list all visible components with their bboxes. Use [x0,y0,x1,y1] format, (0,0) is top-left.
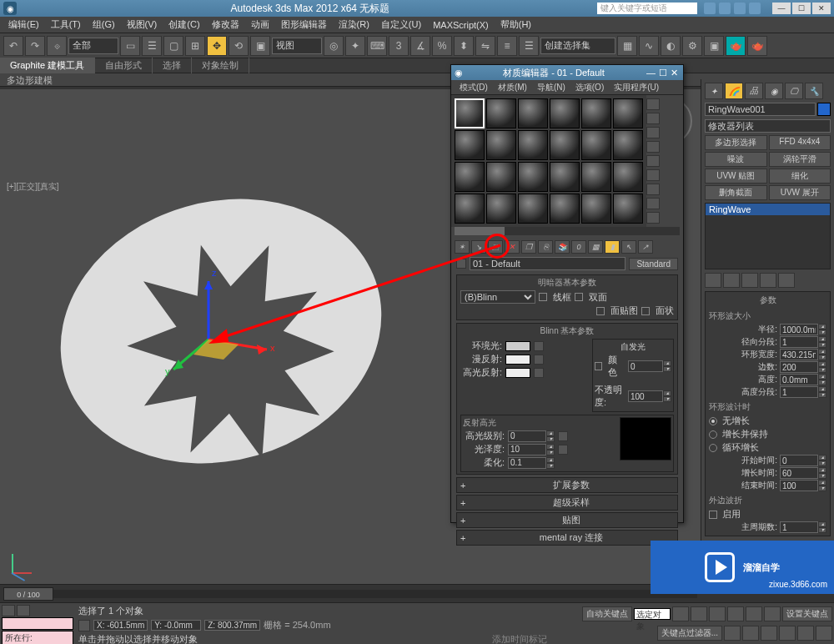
put-to-library-icon[interactable]: 📚 [555,240,570,254]
preview-icon[interactable] [646,169,660,181]
mat-slot-7[interactable] [455,130,485,160]
move-button[interactable]: ✥ [207,36,227,56]
render-setup-button[interactable]: ⚙ [682,36,702,56]
render-frame-button[interactable]: ▣ [704,36,724,56]
reset-map-icon[interactable]: ✕ [505,240,520,254]
ribbon-objpaint[interactable]: 对象绘制 [192,58,249,73]
menu-view[interactable]: 视图(V) [122,17,163,33]
layers-button[interactable]: ☰ [519,36,539,56]
opacity-value[interactable] [628,390,663,402]
spin-down-icon[interactable]: ▾ [818,342,826,348]
rollout-param-hd[interactable]: 参数 [709,294,826,309]
mat-slot-17[interactable] [581,162,611,192]
mat-slot-24[interactable] [613,194,643,224]
ringw-value[interactable] [780,349,818,360]
menu-tools[interactable]: 工具(T) [46,17,86,33]
sample-type-icon[interactable] [646,98,660,110]
close-button[interactable]: ✕ [812,3,831,14]
mat-slot-14[interactable] [486,162,516,192]
mat-slot-4[interactable] [550,98,580,128]
maximize-vp-icon[interactable] [816,626,832,641]
rollout-shader-hd[interactable]: 明暗器基本参数 [460,277,674,289]
gloss-map-icon[interactable] [558,445,568,455]
coord-x[interactable]: X: -601.5mm [93,620,148,631]
modifier-stack[interactable]: RingWave [705,203,831,269]
listener-icon[interactable] [17,605,30,616]
material-type-button[interactable]: Standard [629,258,678,270]
spin-up-icon[interactable]: ▴ [818,467,826,473]
specular-map-icon[interactable] [534,368,544,378]
spin-up-icon[interactable]: ▴ [818,480,826,486]
modifier-list[interactable]: 修改器列表 [705,119,831,133]
mat-slot-23[interactable] [581,194,611,224]
mat-slot-1[interactable] [455,98,485,128]
zoom-icon[interactable] [742,626,759,641]
menu-edit[interactable]: 编辑(E) [3,17,44,33]
mat-id-icon[interactable]: 0 [571,240,586,254]
mod-tessellate[interactable]: 细化 [769,169,831,184]
script-at-field[interactable]: 所在行: [2,631,73,644]
minimize-button[interactable]: — [772,3,791,14]
stack-item-ringwave[interactable]: RingWave [706,204,830,215]
mat-close-button[interactable]: ✕ [671,68,678,78]
create-tab-icon[interactable]: ✦ [705,83,723,99]
spec-level-value[interactable] [508,430,546,442]
window-crossing-button[interactable]: ⊞ [185,36,205,56]
mat-menu-options[interactable]: 选项(O) [570,81,609,94]
spin-down-icon[interactable]: ▾ [818,380,826,385]
menu-maxscript[interactable]: MAXScript(X) [428,18,494,32]
material-editor-button[interactable]: ◐ [661,36,681,56]
next-frame-icon[interactable] [709,606,726,621]
mat-slot-19[interactable] [455,194,485,224]
ribbon-graphite[interactable]: Graphite 建模工具 [0,58,95,73]
mat-menu-material[interactable]: 材质(M) [493,81,532,94]
snap-button[interactable]: 3 [389,36,409,56]
ambient-swatch[interactable] [505,341,530,351]
spin-down-icon[interactable]: ▾ [818,527,826,533]
lock-icon[interactable] [78,620,90,631]
redo-button[interactable]: ↷ [25,36,45,56]
self-illum-color-check[interactable] [595,362,602,370]
orbit-icon[interactable] [797,626,814,641]
go-forward-icon[interactable]: ↗ [638,240,653,254]
mat-slot-3[interactable] [518,98,548,128]
mod-uvwmap[interactable]: UVW 贴图 [705,169,767,184]
go-to-parent-icon[interactable]: ↖ [621,240,636,254]
pan-icon[interactable] [724,626,741,641]
mod-polyselect[interactable]: 多边形选择 [705,135,767,150]
spin-up-icon[interactable]: ▴ [818,386,826,392]
end-value[interactable] [780,480,818,491]
spin-down-icon[interactable]: ▾ [663,366,671,372]
rollout-blinn-hd[interactable]: Blinn 基本参数 [460,325,674,337]
selection-filter[interactable]: 全部 [68,38,118,54]
mod-turbosmooth[interactable]: 涡轮平滑 [769,152,831,167]
fov-icon[interactable] [779,626,796,641]
spin-down-icon[interactable]: ▾ [546,450,555,455]
share-icon[interactable] [749,3,761,14]
mat-slot-5[interactable] [581,98,611,128]
setkey-button[interactable]: 设置关键点 [782,606,832,621]
enable-outer-check[interactable] [709,511,717,519]
modify-tab-icon[interactable]: 🌈 [725,83,743,99]
mat-slot-10[interactable] [550,130,580,160]
script-line-field[interactable] [2,617,73,630]
star-icon[interactable] [734,3,746,14]
zoom-extents-icon[interactable] [761,626,777,641]
mat-slot-6[interactable] [613,98,643,128]
spin-up-icon[interactable]: ▴ [546,444,555,450]
rollout-extended[interactable]: +扩展参数 [456,477,678,493]
spin-down-icon[interactable]: ▾ [818,392,826,398]
mat-slot-21[interactable] [518,194,548,224]
ribbon-selection[interactable]: 选择 [153,58,192,73]
faceted-check[interactable] [641,307,650,315]
show-end-result-icon[interactable]: ▮ [605,240,620,254]
spin-up-icon[interactable]: ▴ [818,521,826,527]
mat-min-button[interactable]: — [646,68,656,78]
spin-down-icon[interactable]: ▾ [818,473,826,479]
spin-up-icon[interactable]: ▴ [546,430,555,436]
height-value[interactable] [780,374,818,385]
scale-button[interactable]: ▣ [250,36,270,56]
mat-slot-22[interactable] [550,194,580,224]
pick-material-icon[interactable] [456,259,466,269]
mat-slot-2[interactable] [486,98,516,128]
